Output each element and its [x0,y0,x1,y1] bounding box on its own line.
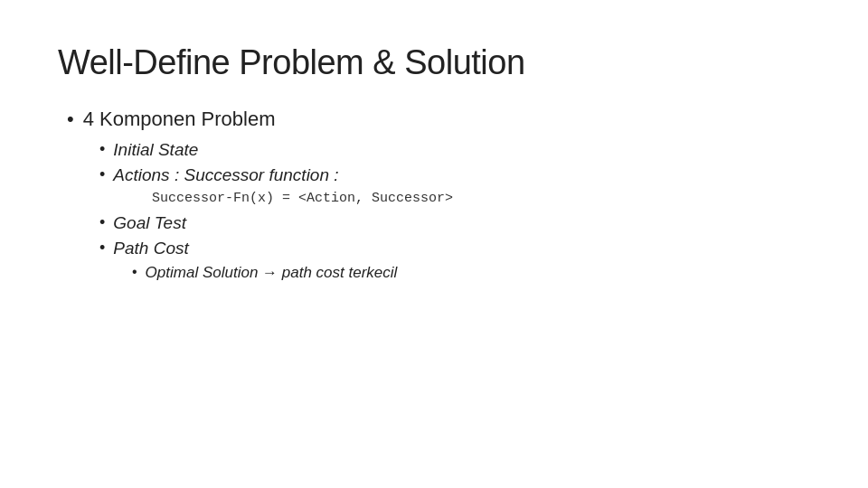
bullet-l2-1: • [99,140,105,159]
bullet-l1: • [67,108,74,131]
slide-title: Well-Define Problem & Solution [58,43,810,82]
arrow-symbol: → [262,264,278,281]
sub-item-path-cost: • Path Cost [99,239,810,258]
sub-item-goal-test-label: Goal Test [113,213,186,233]
sub-item-initial-state: • Initial State [99,140,810,160]
bullet-l3-1: • [132,264,137,280]
main-bullet: • 4 Komponen Problem [67,108,810,131]
content-area: • 4 Komponen Problem • Initial State • A… [67,108,810,286]
sub-item-actions: • Actions : Successor function : [99,165,810,185]
sub-item-actions-label: Actions : Successor function : [113,165,338,185]
sub-item-path-cost-label: Path Cost [113,239,188,258]
slide: Well-Define Problem & Solution • 4 Kompo… [0,0,868,488]
bullet-l2-2: • [99,165,105,184]
sub-item-initial-state-label: Initial State [113,140,198,160]
bullet-l2-4: • [99,239,105,258]
optimal-label: Optimal Solution [146,264,259,281]
path-cost-suffix: path cost terkecil [282,264,398,281]
optimal-solution-text: Optimal Solution → path cost terkecil [146,264,398,282]
sub-items-list: • Initial State • Actions : Successor fu… [99,140,810,282]
sub-item-goal-test: • Goal Test [99,213,810,233]
optimal-solution-item: • Optimal Solution → path cost terkecil [132,264,810,282]
level3-list: • Optimal Solution → path cost terkecil [132,264,810,282]
bullet-l2-3: • [99,213,105,232]
code-line: Successor-Fn(x) = <Action, Successor> [152,191,810,206]
main-bullet-text: 4 Komponen Problem [83,108,276,131]
